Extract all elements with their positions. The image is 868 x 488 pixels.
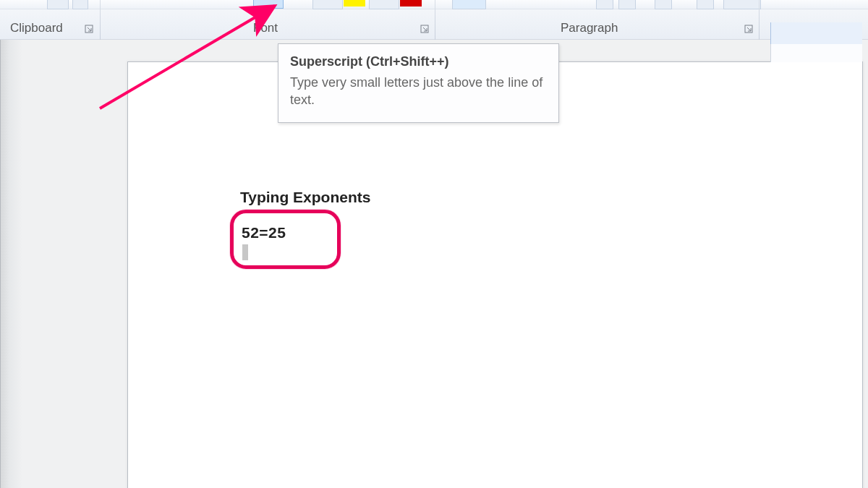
ribbon-button[interactable]: [697, 0, 714, 9]
superscript-button[interactable]: [253, 0, 284, 9]
superscript-tooltip: Superscript (Ctrl+Shift++) Type very sma…: [278, 43, 559, 123]
ribbon-button[interactable]: [596, 0, 613, 9]
ribbon-button[interactable]: [47, 0, 69, 9]
ribbon-button[interactable]: [312, 0, 343, 9]
highlight-color-swatch[interactable]: [344, 0, 365, 7]
styles-panel-fragment-body: [770, 44, 862, 62]
styles-panel-fragment[interactable]: [770, 22, 862, 45]
ribbon-button[interactable]: [72, 0, 88, 9]
tooltip-body: Type very small letters just above the l…: [290, 74, 547, 109]
font-color-swatch[interactable]: [400, 0, 422, 7]
paragraph-dialog-launcher-icon[interactable]: [744, 25, 754, 34]
ribbon-button[interactable]: [369, 0, 399, 9]
document-heading: Typing Exponents: [240, 189, 370, 206]
ribbon-button[interactable]: [723, 0, 761, 9]
ribbon-group-clipboard-label: Clipboard: [10, 21, 63, 35]
ribbon: Clipboard Font Paragraph: [0, 0, 868, 40]
ribbon-group-paragraph-label: Paragraph: [561, 21, 618, 35]
document-equation-text[interactable]: 52=25: [242, 224, 286, 241]
ribbon-button[interactable]: [452, 0, 486, 9]
font-dialog-launcher-icon[interactable]: [420, 25, 430, 34]
ribbon-group-font-label: Font: [253, 21, 278, 35]
ribbon-button[interactable]: [655, 0, 672, 9]
ribbon-button[interactable]: [618, 0, 636, 9]
tooltip-title: Superscript (Ctrl+Shift++): [290, 54, 547, 69]
text-cursor: [242, 244, 248, 260]
document-page[interactable]: [127, 61, 863, 488]
clipboard-dialog-launcher-icon[interactable]: [85, 25, 94, 34]
